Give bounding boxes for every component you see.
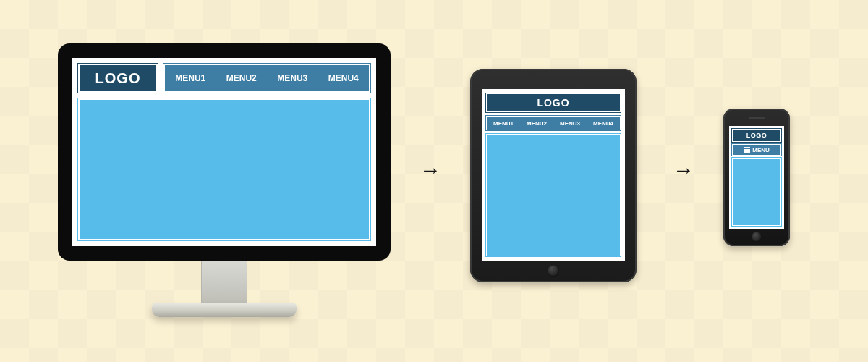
- tablet-device: LOGO MENU1 MENU2 MENU3 MENU4: [470, 69, 637, 282]
- tablet-menu-item[interactable]: MENU3: [560, 120, 580, 127]
- tablet-menu-item[interactable]: MENU4: [593, 120, 613, 127]
- desktop-monitor: LOGO MENU1 MENU2 MENU3 MENU4: [58, 43, 391, 317]
- phone-home-button[interactable]: [752, 232, 762, 242]
- phone-menu-toggle[interactable]: MENU: [732, 144, 781, 156]
- tablet-menu-item[interactable]: MENU2: [527, 120, 547, 127]
- tablet-home-button[interactable]: [548, 265, 559, 277]
- monitor-stand-base: [152, 303, 297, 317]
- desktop-logo[interactable]: LOGO: [78, 64, 158, 93]
- tablet-nav: MENU1 MENU2 MENU3 MENU4: [486, 116, 621, 130]
- desktop-menu-item[interactable]: MENU2: [224, 73, 260, 83]
- tablet-menu-item[interactable]: MENU1: [493, 120, 514, 127]
- tablet-logo[interactable]: LOGO: [486, 93, 621, 112]
- desktop-menu-item[interactable]: MENU1: [172, 73, 208, 83]
- arrow-right-icon: →: [673, 159, 694, 181]
- desktop-content-area: [78, 98, 370, 240]
- arrow-right-icon: →: [420, 159, 441, 181]
- phone-screen: LOGO MENU: [729, 126, 784, 229]
- tablet-screen: LOGO MENU1 MENU2 MENU3 MENU4: [482, 89, 625, 261]
- monitor-stand-neck: [201, 261, 247, 303]
- phone-speaker: [749, 117, 765, 119]
- desktop-header: LOGO MENU1 MENU2 MENU3 MENU4: [78, 64, 370, 93]
- phone-logo[interactable]: LOGO: [732, 129, 781, 142]
- desktop-nav: MENU1 MENU2 MENU3 MENU4: [163, 64, 370, 93]
- phone-device: LOGO MENU: [723, 109, 790, 246]
- hamburger-icon: [744, 147, 750, 153]
- phone-menu-label: MENU: [752, 147, 770, 153]
- phone-content-area: [732, 158, 781, 226]
- monitor-screen: LOGO MENU1 MENU2 MENU3 MENU4: [72, 58, 376, 246]
- desktop-menu-item[interactable]: MENU3: [274, 73, 310, 83]
- desktop-menu-item[interactable]: MENU4: [326, 73, 362, 83]
- monitor-bezel: LOGO MENU1 MENU2 MENU3 MENU4: [58, 43, 391, 261]
- tablet-content-area: [486, 134, 621, 256]
